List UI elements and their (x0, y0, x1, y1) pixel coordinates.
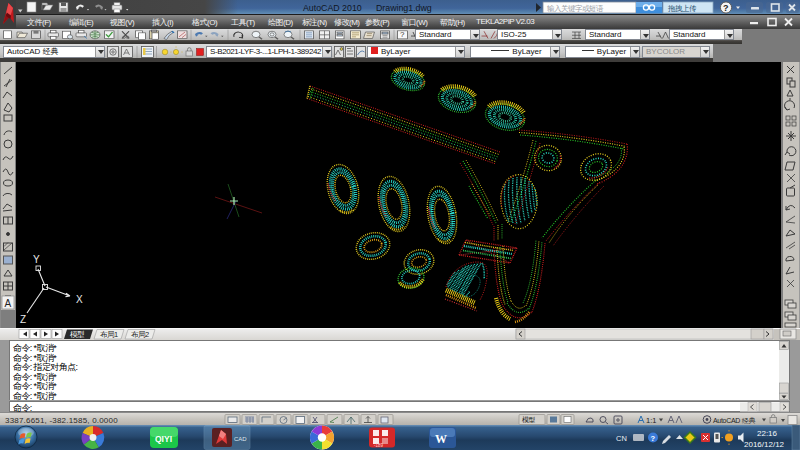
svg-text:Drawing1.dwg: Drawing1.dwg (376, 3, 432, 13)
svg-text:CAD: CAD (234, 436, 247, 442)
svg-text:Z: Z (20, 314, 26, 325)
svg-text:W: W (435, 432, 447, 446)
svg-text:模型: 模型 (70, 330, 85, 339)
svg-text:CN: CN (616, 434, 627, 443)
svg-text:3387.6651, -382.1585, 0.0000: 3387.6651, -382.1585, 0.0000 (5, 416, 118, 425)
svg-text:拖拽上传: 拖拽上传 (667, 4, 697, 13)
svg-text:布局1: 布局1 (100, 330, 118, 339)
svg-text:AutoCAD 经典: AutoCAD 经典 (713, 417, 755, 424)
svg-text:X: X (76, 294, 83, 305)
svg-text:?: ? (400, 31, 404, 39)
svg-text:Y: Y (33, 254, 40, 265)
svg-text:2016/12/12: 2016/12/12 (744, 440, 785, 449)
svg-text:布局2: 布局2 (131, 330, 149, 339)
svg-text:?: ? (651, 434, 656, 443)
svg-text:-189: -189 (374, 443, 384, 448)
svg-text:?: ? (723, 3, 729, 13)
svg-text:输入关键字或短语: 输入关键字或短语 (547, 4, 604, 13)
svg-text:AutoCAD 2010: AutoCAD 2010 (303, 3, 362, 13)
svg-text:A: A (5, 298, 12, 309)
svg-text:QIYI: QIYI (155, 434, 172, 444)
svg-text:22:16: 22:16 (757, 429, 778, 438)
svg-text:模型: 模型 (522, 416, 536, 424)
svg-text:1:1: 1:1 (646, 416, 656, 425)
